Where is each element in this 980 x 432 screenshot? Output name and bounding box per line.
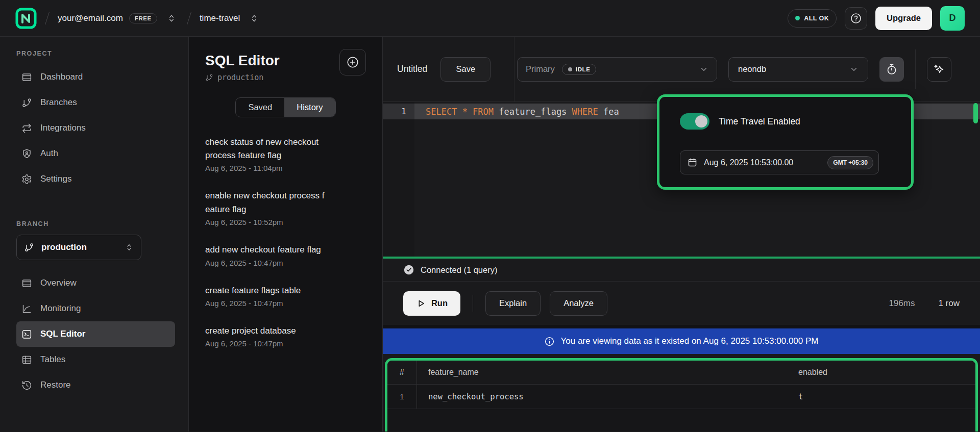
sidebar-item-label: Tables bbox=[40, 354, 65, 365]
tab-saved[interactable]: Saved bbox=[236, 98, 284, 117]
new-query-button[interactable] bbox=[339, 49, 366, 75]
user-avatar[interactable]: D bbox=[940, 6, 965, 31]
top-nav: your@email.com FREE time-travel ALL OK bbox=[0, 0, 980, 37]
dashboard-icon bbox=[21, 72, 32, 83]
status-dot-icon bbox=[795, 16, 800, 20]
chevron-up-down-icon bbox=[166, 13, 177, 23]
calendar-icon bbox=[687, 157, 698, 168]
sidebar-item-restore[interactable]: Restore bbox=[16, 372, 175, 398]
table-row[interactable]: 1 new_checkout_process t bbox=[387, 385, 975, 409]
status-badge[interactable]: ALL OK bbox=[788, 9, 837, 28]
code-line: SELECT * FROM feature_flags WHERE fea bbox=[426, 104, 619, 119]
history-item-date: Aug 6, 2025 - 10:47pm bbox=[205, 259, 366, 267]
sql-identifier: feature_flags bbox=[499, 107, 572, 117]
sql-keyword: SELECT * FROM bbox=[426, 107, 499, 117]
results-section: Connected (1 query) Run Explain Analyze … bbox=[383, 257, 980, 431]
sidebar-item-label: SQL Editor bbox=[40, 329, 85, 339]
sidebar-item-overview[interactable]: Overview bbox=[16, 270, 175, 296]
query-tab-title[interactable]: Untitled bbox=[397, 64, 427, 74]
org-switcher-button[interactable] bbox=[164, 11, 179, 26]
project-section-heading: PROJECT bbox=[16, 50, 175, 57]
run-button[interactable]: Run bbox=[403, 291, 460, 316]
sidebar-item-tables[interactable]: Tables bbox=[16, 347, 175, 372]
explain-button[interactable]: Explain bbox=[485, 291, 541, 316]
history-list: check status of new checkout process fea… bbox=[205, 136, 366, 348]
database-selector[interactable]: neondb bbox=[728, 57, 868, 82]
time-travel-datetime-field[interactable]: Aug 6, 2025 10:53:00.00 GMT +05:30 bbox=[680, 150, 879, 174]
history-item[interactable]: check status of new checkout process fea… bbox=[205, 136, 366, 173]
toggle-knob bbox=[695, 115, 707, 128]
gear-icon bbox=[21, 174, 32, 185]
toolbar-divider bbox=[915, 49, 916, 89]
breadcrumb-separator bbox=[45, 12, 50, 24]
history-item[interactable]: create feature flags table Aug 6, 2025 -… bbox=[205, 284, 366, 308]
sparkles-icon bbox=[933, 63, 945, 75]
editor-toolbar: Untitled Save Primary IDLE bbox=[383, 37, 980, 102]
saved-history-tabs: Saved History bbox=[235, 97, 335, 117]
history-item[interactable]: create project database Aug 6, 2025 - 10… bbox=[205, 324, 366, 348]
sql-editor-icon bbox=[21, 329, 32, 340]
plan-badge: FREE bbox=[129, 13, 157, 23]
overview-icon bbox=[21, 278, 32, 289]
history-item-date: Aug 6, 2025 - 10:47pm bbox=[205, 339, 366, 348]
sidebar-item-dashboard[interactable]: Dashboard bbox=[16, 64, 175, 90]
sidebar-item-label: Dashboard bbox=[40, 72, 83, 82]
scrollbar-thumb[interactable] bbox=[973, 103, 978, 123]
check-circle-icon bbox=[403, 264, 414, 275]
sidebar-item-label: Integrations bbox=[40, 123, 86, 133]
status-label: ALL OK bbox=[804, 15, 829, 22]
sidebar-item-auth[interactable]: Auth bbox=[16, 141, 175, 166]
query-actions-bar: Run Explain Analyze 196ms 1 row bbox=[383, 282, 980, 325]
results-table-header: # feature_name enabled bbox=[387, 361, 975, 385]
column-header-feature-name: feature_name bbox=[417, 361, 798, 384]
column-header-enabled: enabled bbox=[798, 361, 975, 384]
sidebar-item-label: Monitoring bbox=[40, 303, 81, 314]
project-switcher-button[interactable] bbox=[247, 11, 261, 26]
time-travel-button[interactable] bbox=[879, 57, 904, 82]
history-item[interactable]: add new checkout feature flag Aug 6, 202… bbox=[205, 243, 366, 267]
neon-console: your@email.com FREE time-travel ALL OK bbox=[0, 0, 980, 432]
sidebar-item-integrations[interactable]: Integrations bbox=[16, 115, 175, 141]
sidebar-item-label: Auth bbox=[40, 148, 58, 159]
sidebar-item-settings[interactable]: Settings bbox=[16, 166, 175, 192]
sidebar-item-label: Branches bbox=[40, 97, 77, 108]
history-item-title: add new checkout feature flag bbox=[205, 243, 366, 257]
sidebar-item-sql-editor[interactable]: SQL Editor bbox=[16, 321, 175, 347]
panel-branch-name: production bbox=[217, 73, 263, 82]
tab-history[interactable]: History bbox=[284, 98, 335, 117]
history-item-title: create project database bbox=[205, 324, 366, 338]
ai-assistant-button[interactable] bbox=[927, 57, 951, 82]
time-travel-banner: You are viewing data as it existed on Au… bbox=[383, 328, 980, 354]
account-email[interactable]: your@email.com bbox=[58, 13, 123, 23]
time-travel-toggle[interactable] bbox=[680, 113, 709, 130]
connection-status-text: Connected (1 query) bbox=[421, 265, 497, 275]
git-branch-icon bbox=[21, 97, 32, 108]
sidebar-item-monitoring[interactable]: Monitoring bbox=[16, 296, 175, 321]
chevron-down-icon bbox=[699, 65, 708, 74]
upgrade-button[interactable]: Upgrade bbox=[875, 7, 932, 30]
sidebar-item-label: Restore bbox=[40, 380, 71, 390]
save-button[interactable]: Save bbox=[440, 57, 491, 82]
compute-status-badge: IDLE bbox=[562, 64, 597, 75]
branch-selector-value: production bbox=[41, 242, 117, 252]
editor-gutter bbox=[383, 102, 414, 257]
run-label: Run bbox=[431, 298, 448, 308]
row-index-cell: 1 bbox=[387, 385, 417, 409]
branch-selector[interactable]: production bbox=[16, 235, 141, 260]
chevron-up-down-icon bbox=[249, 13, 259, 23]
history-item[interactable]: enable new checkout process f eature fla… bbox=[205, 189, 366, 226]
feature-name-cell: new_checkout_process bbox=[417, 385, 798, 409]
sidebar-item-branches[interactable]: Branches bbox=[16, 90, 175, 115]
results-table: # feature_name enabled 1 new_checkout_pr… bbox=[385, 358, 978, 431]
project-name[interactable]: time-travel bbox=[200, 13, 240, 23]
compute-name: Primary bbox=[526, 64, 555, 74]
timezone-badge: GMT +05:30 bbox=[827, 156, 873, 169]
analyze-button[interactable]: Analyze bbox=[550, 291, 607, 316]
neon-logo-icon[interactable] bbox=[15, 8, 37, 29]
monitoring-icon bbox=[21, 303, 32, 314]
help-button[interactable] bbox=[845, 7, 867, 30]
row-count: 1 row bbox=[938, 298, 960, 309]
history-item-date: Aug 6, 2025 - 11:04pm bbox=[205, 164, 366, 172]
compute-selector[interactable]: Primary IDLE bbox=[517, 57, 717, 82]
sql-identifier: fea bbox=[603, 107, 619, 117]
